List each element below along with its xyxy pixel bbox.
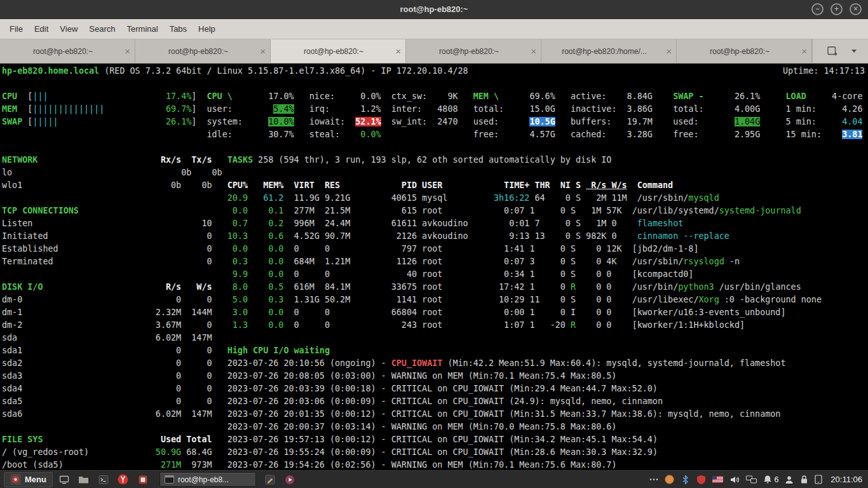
package-manager-launcher[interactable]	[135, 472, 151, 487]
terminal-text: 5.0	[227, 295, 248, 304]
tab-list-dropdown-icon[interactable]	[851, 50, 857, 53]
terminal-text: 9.9	[227, 269, 248, 279]
menu-file[interactable]: File	[4, 21, 29, 37]
terminal-text: 0.5	[263, 282, 283, 292]
terminal-text: 0.0%	[360, 130, 381, 139]
tablet-icon[interactable]	[815, 475, 822, 484]
tab-2[interactable]: root@hp-eb820:~×	[135, 39, 271, 63]
terminal-text	[2, 130, 207, 139]
console-app-launcher[interactable]	[95, 472, 112, 487]
terminal-text: /boot (sda5)	[2, 460, 64, 470]
window-title: root@hp-eb820:~	[400, 4, 468, 14]
terminal-line: TCP CONNECTIONS 0.0 0.1 277M 21.5M 615 r…	[2, 205, 868, 217]
terminal-text	[2, 422, 227, 431]
lock-icon[interactable]	[800, 475, 808, 484]
terminal-text: ctx_sw: 9K	[381, 92, 458, 101]
maximize-button[interactable]: +	[831, 3, 843, 15]
tab-close-icon[interactable]: ×	[531, 47, 536, 56]
terminal-text	[760, 92, 785, 101]
terminal-line: SWAP [||||| 26.1%] system: 10.0% iowait:…	[2, 116, 868, 128]
notifications-applet[interactable]: 6	[763, 475, 778, 484]
terminal-text: 2023-07-26 20:10:56 (ongoing) -	[227, 358, 391, 368]
terminal-line: 9.9 0.0 0 0 40 root 0:34 1 0 S 0 0 [kcom…	[2, 268, 868, 281]
terminal-text: ||||||||||||||	[32, 104, 104, 114]
terminal-text	[64, 460, 130, 470]
menu-search[interactable]: Search	[83, 21, 121, 37]
keyboard-layout-us-flag[interactable]	[712, 476, 723, 483]
menu-tabs[interactable]: Tabs	[164, 21, 193, 37]
terminal-text	[43, 435, 130, 444]
terminal-text: CPU \	[207, 92, 233, 101]
browser-launcher[interactable]	[115, 472, 132, 487]
firewall-shield-icon[interactable]	[696, 475, 706, 485]
terminal-text: 1 min: 4.26	[760, 104, 862, 114]
terminal-line: MEM [|||||||||||||| 69.7%] user: 5.4% ir…	[2, 103, 868, 116]
close-button[interactable]: ×	[850, 3, 862, 15]
terminal-text: /usr/sbin/	[637, 193, 689, 203]
terminal-text: sda3 0 0	[2, 371, 212, 381]
terminal-text: LOAD	[786, 92, 806, 101]
tab-close-icon[interactable]: ×	[125, 47, 130, 56]
tab-1[interactable]: root@hp-eb820:~×	[0, 39, 135, 63]
terminal-text: ]	[191, 117, 207, 126]
volume-icon[interactable]	[729, 475, 740, 485]
terminal-text: rsyslogd	[683, 257, 724, 266]
tab-label: root@hp-eb820:~	[439, 47, 499, 56]
window-list-button[interactable]: root@hp-eb8...	[159, 472, 256, 487]
terminal-text: active: 8.84G	[555, 92, 653, 101]
tab-close-icon[interactable]: ×	[801, 47, 807, 56]
terminal-text: :0 -background none	[719, 295, 822, 304]
menu-help[interactable]: Help	[193, 21, 221, 37]
clock[interactable]: 20:11:06	[831, 475, 862, 484]
terminal-text: 0.0	[263, 257, 283, 266]
menu-terminal[interactable]: Terminal	[121, 21, 164, 37]
file-manager-icon	[78, 475, 89, 484]
tab-3[interactable]: root@hp-eb820:~×	[271, 39, 406, 63]
terminal-line: dm-0 0 0 5.0 0.3 1.31G 50.2M 1141 root 1…	[2, 294, 868, 306]
terminal-text: /usr/bin/	[632, 282, 679, 292]
terminal-text: Listen 10	[2, 219, 212, 228]
terminal-text	[653, 92, 673, 101]
menu-label: Menu	[25, 475, 46, 484]
more-icon[interactable]	[649, 478, 658, 481]
tab-close-icon[interactable]: ×	[260, 47, 266, 56]
terminal-text: 3.0	[227, 308, 248, 317]
terminal-line: Established 0 0.0 0.0 0 0 797 root 1:41 …	[2, 243, 868, 255]
tab-5[interactable]: root@hp-eb820:/home/...×	[541, 39, 677, 63]
tab-4[interactable]: root@hp-eb820:~×	[406, 39, 541, 63]
terminal-text: 69.6%	[499, 92, 555, 101]
tab-strip: root@hp-eb820:~×root@hp-eb820:~×root@hp-…	[0, 39, 812, 63]
terminal-line: lo 0b 0b	[2, 166, 868, 179]
tab-close-icon[interactable]: ×	[395, 47, 401, 56]
screenshot-tool-launcher[interactable]	[262, 472, 278, 487]
terminal-text: used:	[458, 117, 530, 126]
terminal-text: 20.9	[227, 193, 248, 203]
tab-close-icon[interactable]: ×	[666, 47, 672, 56]
show-desktop-button[interactable]	[56, 472, 72, 487]
terminal-text	[212, 358, 227, 368]
menu-button[interactable]: Menu	[4, 472, 53, 487]
terminal-line: Initiated 0 10.3 0.6 4.52G 90.7M 2126 av…	[2, 230, 868, 243]
menu-view[interactable]: View	[54, 21, 83, 37]
terminal-text: 0.0	[263, 320, 283, 330]
updates-icon[interactable]	[665, 475, 674, 484]
terminal-text: idle: 30.7%	[207, 130, 294, 139]
terminal[interactable]: hp-eb820.home.local (RED OS 7.3.2 64bit …	[0, 64, 868, 470]
terminal-text: R	[571, 320, 576, 330]
menu-edit[interactable]: Edit	[29, 21, 54, 37]
tab-label: root@hp-eb820:~	[304, 47, 363, 56]
title-bar[interactable]: root@hp-eb820:~ −+×	[0, 0, 868, 19]
terminal-text: 26.1%	[166, 117, 191, 126]
media-app-launcher[interactable]	[281, 472, 298, 487]
terminal-text: DISK I/O	[2, 282, 43, 292]
window-list-button-label: root@hp-eb8...	[178, 475, 229, 484]
minimize-button[interactable]: −	[811, 3, 824, 15]
new-tab-button[interactable]	[825, 44, 841, 59]
terminal-text: Uptime: 14:17:13	[783, 65, 865, 78]
network-icon[interactable]	[746, 475, 757, 484]
tab-6[interactable]: root@hp-eb820:~×	[677, 39, 812, 63]
user-icon[interactable]	[785, 475, 794, 484]
file-manager-launcher[interactable]	[76, 472, 92, 487]
bluetooth-icon[interactable]	[681, 475, 690, 485]
terminal-text: 15 min:	[760, 130, 842, 139]
